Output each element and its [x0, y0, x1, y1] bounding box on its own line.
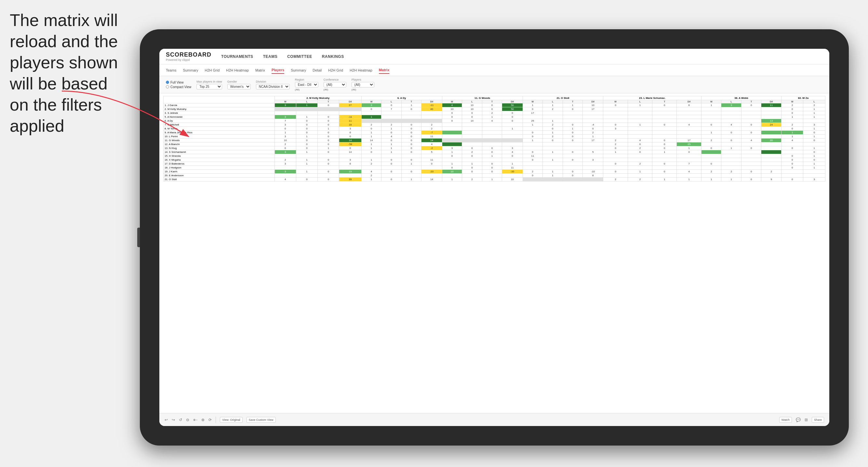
cell: 0: [741, 131, 761, 135]
cell: 3: [275, 103, 296, 107]
save-custom-button[interactable]: Save Custom View: [247, 417, 276, 423]
cell: 11: [761, 103, 781, 107]
subnav-matrix2[interactable]: Matrix: [379, 67, 389, 74]
cell: 3: [803, 178, 826, 182]
cell: 0: [781, 162, 803, 166]
undo-icon[interactable]: ↩: [164, 417, 168, 422]
cell: 10: [583, 103, 603, 107]
cell: 0: [523, 131, 543, 135]
gender-select[interactable]: Women's: [227, 84, 251, 89]
col-o-stoll: 21. O Stoll: [523, 96, 603, 100]
cell: -20: [422, 170, 442, 174]
cell: -2: [422, 146, 442, 150]
cell: 1: [543, 174, 563, 178]
cell: [781, 174, 803, 178]
cell: 2: [462, 178, 482, 182]
cell: [721, 154, 742, 158]
subnav-summary2[interactable]: Summary: [291, 67, 306, 73]
cell: 4: [628, 138, 652, 143]
cell: 0: [401, 138, 422, 143]
cell: 0: [741, 103, 761, 107]
matrix-area[interactable]: 2. M Kelly Mulcahy 6. A Dy 11. G Woods 2…: [159, 93, 829, 413]
cell: 0: [482, 170, 502, 174]
subnav-h2h-heatmap2[interactable]: H2H Heatmap: [350, 67, 372, 73]
compact-view-option[interactable]: Compact View: [166, 85, 191, 89]
subnav-matrix[interactable]: Matrix: [255, 67, 265, 73]
players-select[interactable]: (All): [351, 82, 374, 88]
cell: [761, 107, 781, 111]
grid-icon[interactable]: ⊞: [805, 417, 808, 422]
view-original-button[interactable]: View: Original: [220, 417, 242, 423]
cell: [583, 115, 603, 119]
cell: [296, 107, 317, 111]
cell: [401, 119, 422, 123]
share-button[interactable]: Share: [812, 417, 824, 423]
cell: 1: [502, 127, 523, 131]
subnav-detail[interactable]: Detail: [313, 67, 322, 73]
full-view-option[interactable]: Full View: [166, 81, 191, 84]
cell: [652, 115, 677, 119]
col-m-kelly: 2. M Kelly Mulcahy: [275, 96, 361, 100]
cell: 0: [401, 146, 422, 150]
cell: 2: [381, 123, 402, 127]
nav-rankings[interactable]: RANKINGS: [322, 53, 344, 60]
cell: 0: [652, 162, 677, 166]
cell: 2: [523, 170, 543, 174]
cell: [523, 127, 543, 131]
cell: 0: [781, 107, 803, 111]
cell: 0: [603, 170, 628, 174]
zoom-in-icon[interactable]: ⊕: [201, 417, 205, 422]
cell: -7: [422, 131, 442, 135]
players-filter: Players (All) (All): [351, 78, 374, 91]
subnav-players[interactable]: Players: [272, 67, 284, 74]
cell: [603, 174, 628, 178]
cell: 0: [318, 131, 339, 135]
cell: 0: [296, 119, 317, 123]
cell: 0: [741, 123, 761, 127]
subnav-h2h-heatmap[interactable]: H2H Heatmap: [226, 67, 249, 73]
division-select[interactable]: NCAA Division II: [256, 84, 290, 89]
cell: 6: [677, 103, 701, 107]
cell: [721, 119, 742, 123]
cell: [677, 111, 701, 115]
cell: 0: [502, 115, 523, 119]
subnav-teams[interactable]: Teams: [166, 67, 176, 73]
cell: 7: [381, 107, 402, 111]
nav-committee[interactable]: COMMITTEE: [287, 53, 312, 60]
conference-select[interactable]: (All): [323, 82, 346, 88]
cell: 3: [275, 115, 296, 119]
subnav-summary[interactable]: Summary: [183, 67, 198, 73]
cell: [761, 111, 781, 115]
max-players-select[interactable]: Top 25: [196, 84, 222, 89]
cell: 0: [781, 158, 803, 162]
cell: 3: [275, 170, 296, 174]
cell: [803, 174, 826, 178]
cell: 2: [721, 170, 742, 174]
cell: [296, 111, 317, 115]
table-row: 18. J Hodgson 00011 01: [163, 166, 826, 170]
region-select[interactable]: East - DII: [295, 82, 318, 88]
cell: 3: [603, 127, 628, 131]
cell: [721, 158, 742, 162]
cell: [482, 174, 502, 178]
subnav-h2h-grid2[interactable]: H2H Grid: [328, 67, 343, 73]
cell: [442, 158, 462, 162]
cell: 0: [401, 150, 422, 154]
compact-view-radio[interactable]: [166, 85, 169, 89]
full-view-radio[interactable]: [166, 81, 169, 84]
cell: [781, 119, 803, 123]
watch-button[interactable]: Watch: [779, 417, 792, 423]
nav-teams[interactable]: TEAMS: [263, 53, 278, 60]
nav-tournaments[interactable]: TOURNAMENTS: [221, 53, 253, 60]
cell: 2: [603, 138, 628, 143]
comment-icon[interactable]: 💬: [796, 417, 801, 422]
compact-view-label: Compact View: [170, 85, 191, 89]
reset-icon[interactable]: ↺: [179, 417, 182, 422]
cell: 13: [761, 119, 781, 123]
cell: 2: [543, 123, 563, 127]
cell: [741, 107, 761, 111]
redo-icon[interactable]: ↪: [172, 417, 175, 422]
subnav-h2h-grid[interactable]: H2H Grid: [205, 67, 219, 73]
refresh-icon[interactable]: ⟳: [209, 417, 212, 422]
zoom-out-icon[interactable]: ⊖: [186, 417, 189, 422]
